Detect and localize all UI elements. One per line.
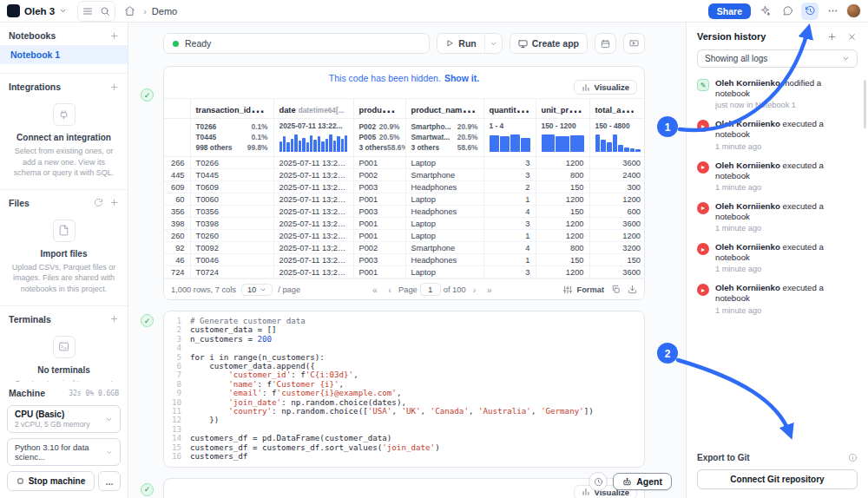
environment-select[interactable]: Python 3.10 for data scienc... bbox=[7, 438, 121, 466]
plus-icon bbox=[109, 198, 119, 207]
table-row[interactable]: 92T00922025-07-11 13:22...P002Smartphone… bbox=[164, 242, 645, 254]
run-options-button[interactable] bbox=[485, 34, 502, 53]
table-pagination: 1,000 rows, 7 cols 10 / page « ‹ Page of… bbox=[164, 278, 644, 299]
home-button[interactable] bbox=[121, 3, 138, 20]
version-entry[interactable]: ▸Oleh Korniienko executed a notebook1 mi… bbox=[697, 119, 858, 150]
code-line[interactable]: 12 }) bbox=[164, 416, 644, 424]
create-app-button[interactable]: Create app bbox=[510, 33, 588, 54]
format-button[interactable]: Format bbox=[563, 285, 604, 294]
executed-icon: ▸ bbox=[697, 243, 709, 255]
column-stats: Smartpho...20.9%Smartwat...20.5%3 others… bbox=[405, 119, 483, 157]
add-notebook-button[interactable] bbox=[109, 31, 119, 41]
table-row[interactable]: 260T02602025-07-11 13:22...P001Laptop112… bbox=[164, 230, 645, 242]
plus-icon bbox=[827, 32, 837, 42]
machine-more-button[interactable]: ... bbox=[98, 471, 121, 491]
column-header[interactable]: datedatetime64[... bbox=[273, 99, 353, 119]
ai-assistant-button[interactable] bbox=[756, 3, 773, 20]
scrollbar-thumb[interactable] bbox=[864, 80, 866, 128]
terminal-icon bbox=[58, 341, 69, 352]
close-panel-button[interactable] bbox=[845, 32, 858, 42]
table-row[interactable]: 60T00602025-07-11 13:22...P001Laptop1120… bbox=[164, 193, 645, 206]
version-entry[interactable]: ▸Oleh Korniienko executed a notebook1 mi… bbox=[697, 283, 858, 314]
copy-button[interactable] bbox=[611, 285, 621, 294]
column-stats: 2025-07-11 13:22... bbox=[273, 119, 353, 157]
table-row[interactable]: 46T00462025-07-11 13:22...P003Headphones… bbox=[164, 254, 645, 266]
export-git-section: Export to Git Connect Git repository bbox=[697, 453, 858, 489]
files-empty-state: Import files Upload CSVs, Parquet files … bbox=[0, 213, 128, 297]
schedule-button[interactable] bbox=[595, 33, 616, 54]
refresh-icon bbox=[94, 198, 103, 207]
run-button-group: Run bbox=[437, 33, 502, 54]
breadcrumb: Demo bbox=[152, 6, 177, 16]
search-button[interactable] bbox=[96, 3, 114, 20]
table-row[interactable]: 266T02662025-07-11 13:22...P001Laptop312… bbox=[164, 157, 645, 169]
table-row[interactable]: 609T06092025-07-11 13:22...P003Headphone… bbox=[164, 181, 645, 193]
executed-icon: ▸ bbox=[697, 202, 709, 214]
column-header[interactable]: product_nameo... bbox=[405, 99, 483, 119]
agent-button[interactable]: Agent bbox=[613, 473, 672, 490]
version-entry[interactable]: ▸Oleh Korniienko executed a notebook1 mi… bbox=[697, 161, 858, 192]
table-row[interactable]: 356T03562025-07-11 13:22...P003Headphone… bbox=[164, 206, 645, 218]
column-header[interactable]: total_amountint64 bbox=[589, 99, 645, 119]
column-header[interactable]: unit_priceint64 bbox=[536, 99, 589, 119]
page-input[interactable] bbox=[420, 283, 441, 296]
download-icon bbox=[628, 285, 637, 294]
add-file-button[interactable] bbox=[109, 198, 119, 207]
main-area: Ready Run Create app ✓ bbox=[128, 23, 686, 498]
close-icon bbox=[847, 32, 857, 42]
show-code-link[interactable]: Show it. bbox=[444, 73, 479, 83]
first-page-button[interactable]: « bbox=[369, 285, 381, 295]
user-avatar[interactable] bbox=[846, 3, 861, 18]
prev-page-button[interactable]: ‹ bbox=[384, 285, 396, 295]
version-history-button[interactable] bbox=[801, 3, 819, 20]
comments-button[interactable] bbox=[779, 3, 796, 20]
code-block: ✓ 1# Generate customer data2customer_dat… bbox=[163, 311, 645, 468]
present-button[interactable] bbox=[623, 33, 645, 54]
connect-git-button[interactable]: Connect Git repository bbox=[697, 469, 858, 489]
machine-type-select[interactable]: CPU (Basic) 2 vCPU, 5 GB memory bbox=[7, 405, 121, 433]
recent-activity-button[interactable] bbox=[589, 472, 608, 491]
status-dot bbox=[173, 41, 179, 47]
table-row[interactable]: 724T07242025-07-11 13:22...P001Laptop312… bbox=[164, 266, 645, 278]
topbar: Oleh 3 › Demo Share bbox=[0, 0, 868, 23]
table-row[interactable]: 398T03982025-07-11 13:22...P001Laptop312… bbox=[164, 218, 645, 230]
histogram bbox=[279, 133, 348, 152]
version-entry[interactable]: ✎Oleh Korniienko modified a notebookjust… bbox=[697, 78, 858, 109]
last-page-button[interactable]: » bbox=[483, 285, 496, 295]
ellipsis-icon bbox=[827, 5, 838, 16]
executed-icon: ▸ bbox=[697, 120, 709, 132]
status-bar[interactable]: Ready bbox=[163, 33, 430, 54]
version-entry[interactable]: ▸Oleh Korniienko executed a notebook1 mi… bbox=[697, 201, 858, 233]
run-button[interactable]: Run bbox=[437, 34, 484, 53]
next-page-button[interactable]: › bbox=[469, 285, 481, 295]
version-history-list: ✎Oleh Korniienko modified a notebookjust… bbox=[697, 78, 858, 315]
more-button[interactable] bbox=[824, 3, 841, 20]
integrations-empty-state: Connect an integration Select from exist… bbox=[0, 96, 128, 180]
files-section: Files Import files Upload CSVs, Parquet … bbox=[0, 190, 128, 306]
sidebar-item-notebook-1[interactable]: Notebook 1 bbox=[0, 45, 128, 64]
workspace-switcher[interactable]: Oleh 3 bbox=[7, 4, 67, 17]
menu-button[interactable] bbox=[79, 3, 96, 20]
code-line[interactable]: 11 'country': np.random.choice(['USA', '… bbox=[164, 407, 644, 416]
column-header[interactable]: quantityint64 bbox=[483, 99, 536, 119]
column-header[interactable]: transaction_idobject bbox=[190, 99, 273, 119]
refresh-files-button[interactable] bbox=[94, 198, 103, 207]
create-version-button[interactable] bbox=[825, 32, 838, 42]
add-terminal-button[interactable] bbox=[109, 314, 119, 324]
code-line[interactable]: 3n_customers = 200 bbox=[164, 335, 644, 344]
notebook-toolbar: Ready Run Create app bbox=[163, 33, 645, 54]
version-entry[interactable]: ▸Oleh Korniienko executed a notebook1 mi… bbox=[697, 242, 858, 273]
per-page-select[interactable]: 10 bbox=[241, 284, 273, 296]
share-button[interactable]: Share bbox=[708, 3, 751, 19]
terminals-title: Terminals bbox=[9, 314, 51, 324]
table-row[interactable]: 445T04452025-07-11 13:22...P002Smartphon… bbox=[164, 169, 645, 181]
add-integration-button[interactable] bbox=[109, 82, 119, 92]
customers-card: Visualize customer_idobje...nameobjectem… bbox=[163, 478, 645, 498]
code-line[interactable]: 16customers_df bbox=[164, 452, 644, 461]
stop-machine-button[interactable]: Stop machine bbox=[7, 471, 95, 491]
code-editor[interactable]: 1# Generate customer data2customer_data … bbox=[164, 317, 644, 462]
download-button[interactable] bbox=[628, 285, 637, 294]
column-header[interactable]: product_idobject bbox=[353, 99, 405, 119]
logs-filter-select[interactable]: Showing all logs bbox=[697, 49, 858, 68]
visualize-button[interactable]: Visualize bbox=[574, 80, 638, 95]
